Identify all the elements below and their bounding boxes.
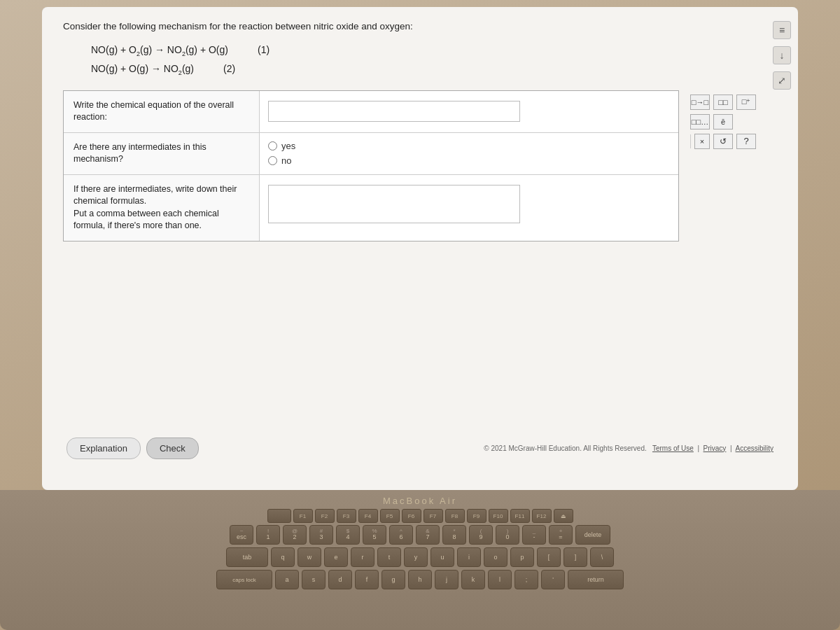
accessibility-link[interactable]: Accessibility [736,444,774,452]
key-quote[interactable]: ' [541,570,565,589]
toolbar-row-3: × ↺ ? [690,134,773,149]
key-f2[interactable]: F2 [315,509,335,523]
laptop-body: ≡ ↓ ⤢ Consider the following mechanism f… [0,0,840,630]
key-p[interactable]: p [510,547,534,567]
symbol-toolbar: □→□ □□ □⁺ □□… ē × ↺ ? [686,90,777,241]
question-row-2: Are there any intermediates in this mech… [64,133,678,175]
key-s[interactable]: s [302,570,326,589]
reaction-number-1: (1) [258,44,270,55]
key-f4[interactable]: F4 [358,509,378,523]
toolbar-btn-multiply[interactable]: × [694,134,710,149]
check-button[interactable]: Check [146,438,199,459]
key-w[interactable]: w [298,547,321,567]
home-key-row: caps lock a s d f g h j k l ; ' return [35,570,805,589]
key-f11[interactable]: F11 [510,509,530,523]
key-q[interactable]: q [271,547,295,567]
key-h[interactable]: h [408,570,432,589]
key-t[interactable]: t [377,547,401,567]
key-backslash[interactable]: \ [590,547,614,567]
toolbar-btn-superscript[interactable]: □⁺ [736,94,756,110]
key-9[interactable]: (9 [469,525,493,545]
key-y[interactable]: y [404,547,428,567]
radio-yes[interactable] [268,141,277,150]
overall-reaction-input[interactable] [268,101,520,122]
key-6[interactable]: ^6 [389,525,413,545]
toolbar-btn-electron[interactable]: ē [713,114,733,130]
key-bracket-right[interactable]: ] [564,547,587,567]
key-i[interactable]: i [457,547,481,567]
key-tilde-esc[interactable]: ~esc [230,525,253,545]
question-label-2: Are there any intermediates in this mech… [64,133,260,174]
key-g[interactable]: g [382,570,405,589]
radio-no[interactable] [268,156,277,165]
key-k[interactable]: k [461,570,485,589]
toolbar-btn-double[interactable]: □□ [713,94,733,110]
question-row-3: If there are intermediates, write down t… [64,175,678,241]
key-f8[interactable]: F8 [445,509,465,523]
key-semicolon[interactable]: ; [514,570,538,589]
toolbar-btn-arrow[interactable]: □→□ [690,94,710,110]
key-return[interactable]: return [568,570,624,589]
sidebar-toggle-icon[interactable]: ≡ [773,21,791,39]
macbook-label: MacBook Air [0,490,840,506]
bottom-bar: Explanation Check © 2021 McGraw-Hill Edu… [63,438,777,459]
radio-no-label: no [281,155,291,166]
key-f1[interactable]: F1 [293,509,313,523]
right-icons: ≡ ↓ ⤢ [773,21,791,90]
intermediates-radio-group: yes no [268,141,295,166]
question-label-3: If there are intermediates, write down t… [64,175,260,241]
number-key-row: ~esc !1 @2 #3 $4 %5 ^6 &7 *8 (9 )0 _- +=… [35,525,805,545]
key-r[interactable]: r [351,547,374,567]
key-0[interactable]: )0 [496,525,519,545]
radio-label-no[interactable]: no [268,155,295,166]
key-f9[interactable]: F9 [467,509,486,523]
download-icon[interactable]: ↓ [773,46,791,64]
key-3[interactable]: #3 [309,525,333,545]
key-l[interactable]: l [488,570,512,589]
toolbar-btn-help[interactable]: ? [736,134,756,149]
key-2[interactable]: @2 [283,525,307,545]
key-a[interactable]: a [275,570,299,589]
key-7[interactable]: &7 [416,525,440,545]
key-minus[interactable]: _- [522,525,546,545]
key-4[interactable]: $4 [336,525,360,545]
key-caps[interactable]: caps lock [216,570,272,589]
toolbar-btn-undo[interactable]: ↺ [713,134,733,149]
toolbar-row-2: □□… ē [690,114,773,130]
key-5[interactable]: %5 [363,525,386,545]
key-8[interactable]: *8 [442,525,466,545]
key-esc-fn[interactable] [267,509,291,523]
intermediates-input[interactable] [268,185,520,223]
question-row-1: Write the chemical equation of the overa… [64,91,678,133]
question-input-area-2: yes no [260,133,678,174]
key-f12[interactable]: F12 [532,509,552,523]
explanation-button[interactable]: Explanation [66,438,141,459]
key-delete[interactable]: delete [575,525,610,545]
key-f5[interactable]: F5 [380,509,400,523]
keyboard-rows: F1 F2 F3 F4 F5 F6 F7 F8 F9 F10 F11 F12 ⏏… [0,509,840,589]
key-equals[interactable]: += [549,525,573,545]
question-container: Write the chemical equation of the overa… [63,90,777,241]
key-f7[interactable]: F7 [424,509,443,523]
question-label-3-main: If there are intermediates, write down t… [74,184,237,206]
key-j[interactable]: j [435,570,458,589]
key-tab[interactable]: tab [226,547,268,567]
radio-label-yes[interactable]: yes [268,141,295,151]
key-f10[interactable]: F10 [489,509,508,523]
key-f[interactable]: f [355,570,379,589]
key-u[interactable]: u [430,547,454,567]
key-f3[interactable]: F3 [337,509,356,523]
key-bracket-left[interactable]: [ [537,547,561,567]
question-label-1: Write the chemical equation of the overa… [64,91,260,132]
copyright-text: © 2021 McGraw-Hill Education. All Rights… [484,444,646,452]
key-e[interactable]: e [324,547,348,567]
toolbar-btn-subscript[interactable]: □□… [690,114,710,130]
key-o[interactable]: o [484,547,507,567]
key-d[interactable]: d [328,570,352,589]
privacy-link[interactable]: Privacy [704,444,727,452]
terms-link[interactable]: Terms of Use [652,444,694,452]
key-eject[interactable]: ⏏ [554,509,573,523]
key-f6[interactable]: F6 [402,509,421,523]
expand-icon[interactable]: ⤢ [773,71,791,90]
key-1[interactable]: !1 [256,525,280,545]
